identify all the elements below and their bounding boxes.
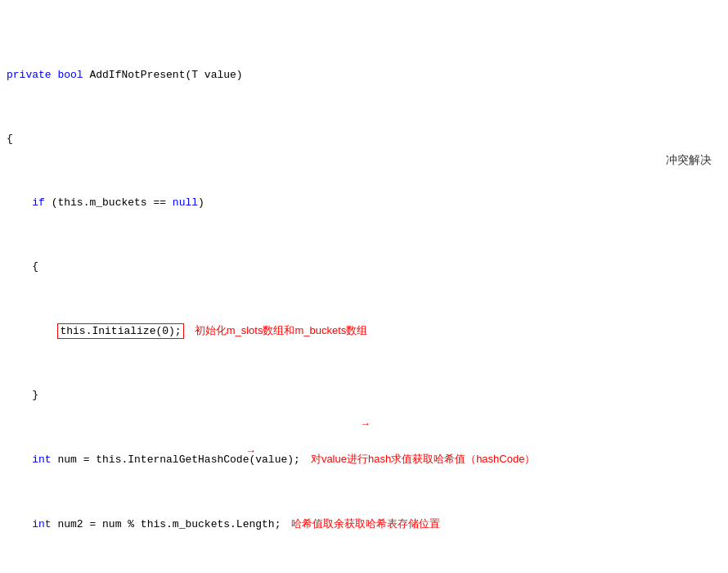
code-line-1: private bool AddIfNotPresent(T value)	[7, 67, 721, 83]
annotation-initialize: 初始化m_slots数组和m_buckets数组	[195, 324, 368, 336]
annotation-hashcode: 对value进行hash求值获取哈希值（hashCode）	[311, 453, 536, 465]
annotation-conflict: 冲突解决	[666, 151, 712, 169]
code-line-8: int num2 = num % this.m_buckets.Length; …	[7, 516, 721, 533]
code-container: private bool AddIfNotPresent(T value) { …	[0, 0, 728, 573]
annotation-modulo: 哈希值取余获取哈希表存储位置	[291, 517, 440, 530]
code-line-6: }	[7, 387, 721, 404]
code-line-2: {	[7, 131, 721, 147]
code-line-7: int num = this.InternalGetHashCode(value…	[7, 451, 721, 468]
code-line-5: this.Initialize(0); 初始化m_slots数组和m_bucke…	[7, 323, 721, 340]
code-line-3: if (this.m_buckets == null)	[7, 195, 721, 211]
code-line-4: {	[7, 259, 721, 275]
